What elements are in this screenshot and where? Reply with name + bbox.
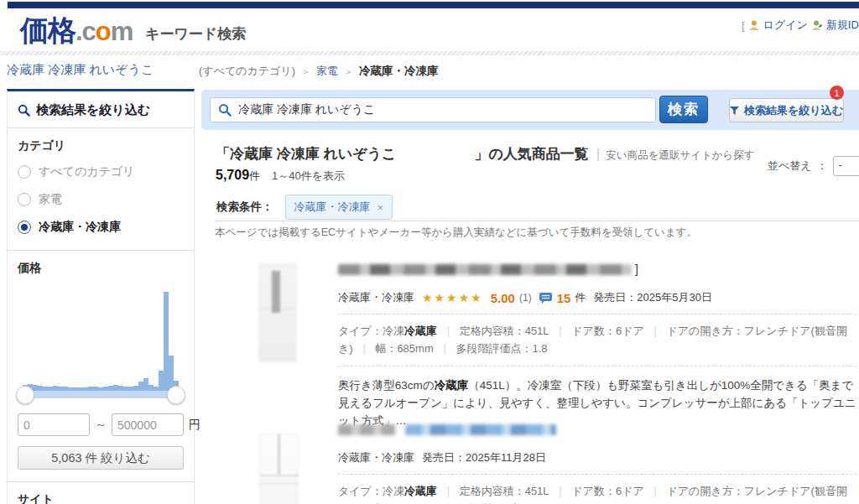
sidebar-title: 検索結果を絞り込む	[36, 102, 150, 118]
review-count[interactable]: 15	[557, 291, 571, 305]
price-max-input[interactable]	[112, 413, 184, 436]
blurred-title	[338, 424, 395, 435]
hatched-divider	[0, 51, 859, 55]
funnel-icon	[730, 107, 739, 115]
product-meta: 冷蔵庫・冷凍庫 ★★★★★ 5.00 (1) 15 件 発売日：2025年5月3…	[338, 290, 856, 305]
product-card: ] 冷蔵庫・冷凍庫 ★★★★★ 5.00 (1) 15 件 発売日：2025年5…	[338, 262, 856, 429]
search-panel: 検索 検索結果を絞り込む 1	[201, 90, 859, 130]
sort-select[interactable]: -	[833, 156, 859, 176]
results-range: 1～40件を表示	[272, 169, 345, 182]
blurred-title	[405, 424, 556, 435]
login-link[interactable]: ログイン	[763, 18, 808, 33]
price-histogram-wrap	[18, 287, 184, 398]
category-heading: カテゴリ	[18, 138, 184, 153]
search-icon	[218, 103, 232, 117]
radio-icon[interactable]	[18, 165, 31, 179]
breadcrumb-current: 冷蔵庫・冷凍庫	[359, 64, 439, 79]
search-box[interactable]	[210, 97, 656, 122]
release-date: 発売日：2025年5月30日	[593, 290, 712, 305]
register-link[interactable]: 新規ID登録	[826, 18, 859, 33]
price-section: 価格 ～ 円 5,063 件 絞り込む	[8, 250, 194, 481]
slider-handle-max[interactable]	[167, 386, 185, 404]
results-title-note: 安い商品を通販サイトから探す	[606, 149, 754, 161]
fee-notice: 本ページでは掲載するECサイトやメーカー等から購入実績などに基づいて手数料を受領…	[215, 226, 697, 240]
search-conditions: 検索条件： 冷蔵庫・冷凍庫 ×	[216, 195, 393, 220]
slider-handle-min[interactable]	[16, 386, 34, 404]
price-heading: 価格	[18, 261, 184, 276]
refine-sidebar: 検索結果を絞り込む カテゴリ すべてのカテゴリ 家電 冷蔵庫・冷凍庫 価格	[7, 89, 195, 504]
results-count: 5,709	[216, 168, 249, 182]
price-range-slider[interactable]	[23, 391, 179, 398]
breadcrumb: (すべてのカテゴリ) ＞ 家電 ＞ 冷蔵庫・冷凍庫	[199, 64, 439, 79]
sidebar-header: 検索結果を絞り込む	[8, 91, 194, 128]
release-date: 発売日：2025年11月28日	[422, 450, 546, 465]
price-input-row: ～ 円	[18, 413, 184, 436]
product-meta: 冷蔵庫・冷凍庫 発売日：2025年11月28日	[338, 450, 856, 465]
product-thumbnail[interactable]	[258, 263, 297, 362]
radio-selected-icon[interactable]	[18, 221, 31, 234]
divider	[215, 221, 859, 221]
product-title[interactable]: ]	[338, 262, 856, 276]
speech-bubble-icon	[539, 293, 552, 304]
rating-value: 5.00	[491, 291, 515, 305]
results-header: 「冷蔵庫 冷凍庫 れいぞうこ」の人気商品一覧|安い商品を通販サイトから探す 5,…	[216, 144, 859, 184]
site-heading: サイト	[18, 492, 184, 504]
yen-label: 円	[189, 418, 200, 433]
product-specs: タイプ：冷凍冷蔵庫定格内容積：451Lドア数：6ドアドアの開き方：フレンチドア(…	[338, 482, 856, 504]
breadcrumb-root: (すべてのカテゴリ)	[199, 64, 295, 79]
sort-bar: 並べ替え ： -	[768, 156, 859, 176]
query-history-link[interactable]: 冷蔵庫 冷凍庫 れいぞうこ	[7, 62, 154, 78]
price-histogram	[23, 290, 179, 391]
product-title[interactable]	[338, 423, 856, 436]
register-user-icon	[811, 19, 823, 31]
breadcrumb-kaden-link[interactable]: 家電	[316, 64, 338, 79]
product-card: 冷蔵庫・冷凍庫 発売日：2025年11月28日 タイプ：冷凍冷蔵庫定格内容積：4…	[338, 423, 856, 504]
product-category: 冷蔵庫・冷凍庫	[338, 450, 414, 465]
account-links: [ ログイン 新規ID登録	[742, 18, 859, 33]
category-option-reizouko[interactable]: 冷蔵庫・冷凍庫	[18, 220, 184, 235]
page-title: キーワード検索	[145, 24, 246, 44]
search-icon	[18, 104, 30, 117]
price-apply-button[interactable]: 5,063 件 絞り込む	[18, 446, 184, 470]
rating-count: (1)	[519, 292, 532, 304]
category-option-all[interactable]: すべてのカテゴリ	[18, 164, 184, 179]
sort-label: 並べ替え	[768, 158, 812, 174]
chevron-right-icon: ＞	[301, 65, 310, 78]
search-button[interactable]: 検索	[659, 96, 708, 123]
logo-kakaku-text: 価格	[20, 12, 75, 50]
kakaku-search-page: 価格.com キーワード検索 [ ログイン 新規ID登録 冷蔵庫 冷凍庫 れいぞ…	[0, 0, 859, 504]
product-thumbnail[interactable]	[259, 434, 299, 504]
blurred-title	[338, 264, 632, 275]
divider	[338, 474, 856, 475]
login-user-icon	[748, 19, 760, 31]
filter-results-button[interactable]: 検索結果を絞り込む	[729, 98, 844, 122]
product-category: 冷蔵庫・冷凍庫	[338, 290, 414, 305]
star-rating-icon: ★★★★★	[422, 291, 483, 304]
kakaku-logo[interactable]: 価格.com	[20, 12, 133, 50]
conditions-label: 検索条件：	[216, 200, 273, 215]
condition-tag[interactable]: 冷蔵庫・冷凍庫 ×	[285, 195, 393, 220]
filter-count-badge: 1	[830, 86, 844, 100]
product-specs: タイプ：冷凍冷蔵庫定格内容積：451Lドア数：6ドアドアの開き方：フレンチドア(…	[338, 322, 856, 357]
category-section: カテゴリ すべてのカテゴリ 家電 冷蔵庫・冷凍庫	[8, 128, 194, 250]
search-input[interactable]	[238, 103, 648, 117]
divider	[338, 366, 856, 366]
site-section: サイト 楽天市場 (3,672) Amazon.co.jp (1)	[8, 481, 194, 504]
top-navy-bar	[8, 2, 859, 8]
remove-tag-icon[interactable]: ×	[377, 201, 384, 214]
price-min-input[interactable]	[18, 413, 90, 436]
radio-icon[interactable]	[18, 193, 31, 206]
results-count-row: 5,709件1～40件を表示	[216, 168, 859, 184]
product-description: 奥行き薄型63cmの冷蔵庫（451L）。冷凍室（下段）も野菜室も引き出しが100…	[338, 377, 856, 429]
results-title: 「冷蔵庫 冷凍庫 れいぞうこ」の人気商品一覧|安い商品を通販サイトから探す	[216, 144, 859, 164]
category-option-kaden[interactable]: 家電	[18, 192, 184, 207]
divider	[338, 314, 856, 314]
chevron-right-icon: ＞	[344, 65, 353, 78]
